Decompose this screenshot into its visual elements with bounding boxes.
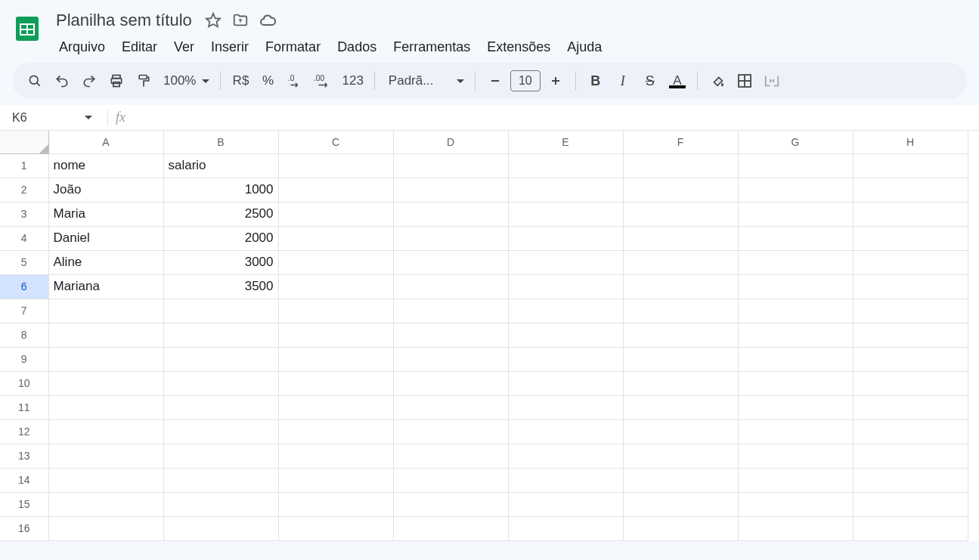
cell-A11[interactable] <box>48 395 163 419</box>
cell-E13[interactable] <box>508 444 623 468</box>
cell-E4[interactable] <box>508 226 623 250</box>
row-header-16[interactable]: 16 <box>0 516 48 540</box>
cell-E15[interactable] <box>508 492 623 516</box>
column-header-G[interactable]: G <box>738 131 853 153</box>
cell-H16[interactable] <box>853 516 968 540</box>
cell-D8[interactable] <box>393 323 508 347</box>
cell-E16[interactable] <box>508 516 623 540</box>
bold-button[interactable]: B <box>584 69 608 93</box>
cell-H5[interactable] <box>853 250 968 274</box>
cell-B3[interactable]: 2500 <box>163 202 278 226</box>
cell-A5[interactable]: Aline <box>48 250 163 274</box>
increase-decimal-button[interactable]: .00 <box>310 69 336 93</box>
cell-D5[interactable] <box>393 250 508 274</box>
row-header-15[interactable]: 15 <box>0 492 48 516</box>
cell-G2[interactable] <box>738 178 853 202</box>
cell-F4[interactable] <box>623 226 738 250</box>
cell-G4[interactable] <box>738 226 853 250</box>
row-header-9[interactable]: 9 <box>0 347 48 371</box>
cell-G1[interactable] <box>738 153 853 178</box>
cell-A4[interactable]: Daniel <box>48 226 163 250</box>
cell-E12[interactable] <box>508 419 623 444</box>
name-box[interactable]: K6 <box>0 111 100 125</box>
formula-input[interactable] <box>132 105 979 130</box>
cell-F12[interactable] <box>623 419 738 444</box>
column-header-H[interactable]: H <box>853 131 968 153</box>
cell-D4[interactable] <box>393 226 508 250</box>
menu-dados[interactable]: Dados <box>330 36 384 58</box>
increase-fontsize-button[interactable] <box>544 69 568 93</box>
cell-D12[interactable] <box>393 419 508 444</box>
cell-A9[interactable] <box>48 347 163 371</box>
cell-F14[interactable] <box>623 468 738 492</box>
search-button[interactable] <box>23 69 47 93</box>
cell-B2[interactable]: 1000 <box>163 178 278 202</box>
cell-C8[interactable] <box>278 323 393 347</box>
cell-D11[interactable] <box>393 395 508 419</box>
cell-C11[interactable] <box>278 395 393 419</box>
column-header-F[interactable]: F <box>623 131 738 153</box>
cell-B5[interactable]: 3000 <box>163 250 278 274</box>
font-family-select[interactable]: Padrã... <box>383 69 467 93</box>
cell-H9[interactable] <box>853 347 968 371</box>
cell-G8[interactable] <box>738 323 853 347</box>
cell-E9[interactable] <box>508 347 623 371</box>
merge-cells-button[interactable] <box>760 69 784 93</box>
cell-E8[interactable] <box>508 323 623 347</box>
column-header-B[interactable]: B <box>163 131 278 153</box>
cell-B13[interactable] <box>163 444 278 468</box>
menu-ver[interactable]: Ver <box>166 36 202 58</box>
cell-E3[interactable] <box>508 202 623 226</box>
cell-E1[interactable] <box>508 153 623 178</box>
cell-H1[interactable] <box>853 153 968 178</box>
cell-D2[interactable] <box>393 178 508 202</box>
select-all-corner[interactable] <box>0 131 48 153</box>
cell-C12[interactable] <box>278 419 393 444</box>
cell-E11[interactable] <box>508 395 623 419</box>
row-header-14[interactable]: 14 <box>0 468 48 492</box>
row-header-10[interactable]: 10 <box>0 371 48 395</box>
cell-H6[interactable] <box>853 274 968 299</box>
cell-B10[interactable] <box>163 371 278 395</box>
fontsize-input[interactable]: 10 <box>510 70 541 91</box>
row-header-1[interactable]: 1 <box>0 153 48 178</box>
cell-H15[interactable] <box>853 492 968 516</box>
cell-F2[interactable] <box>623 178 738 202</box>
cell-A2[interactable]: João <box>48 178 163 202</box>
cell-H10[interactable] <box>853 371 968 395</box>
cell-A8[interactable] <box>48 323 163 347</box>
decrease-fontsize-button[interactable] <box>483 69 507 93</box>
menu-ferramentas[interactable]: Ferramentas <box>386 36 478 58</box>
cell-F3[interactable] <box>623 202 738 226</box>
cell-A14[interactable] <box>48 468 163 492</box>
cell-B7[interactable] <box>163 299 278 323</box>
cell-D1[interactable] <box>393 153 508 178</box>
cell-C10[interactable] <box>278 371 393 395</box>
menu-inserir[interactable]: Inserir <box>203 36 256 58</box>
cell-C1[interactable] <box>278 153 393 178</box>
cell-A10[interactable] <box>48 371 163 395</box>
star-icon[interactable] <box>203 10 224 31</box>
cell-A1[interactable]: nome <box>48 153 163 178</box>
zoom-select[interactable]: 100% <box>159 69 212 93</box>
row-header-6[interactable]: 6 <box>0 274 48 299</box>
cell-G10[interactable] <box>738 371 853 395</box>
cell-H14[interactable] <box>853 468 968 492</box>
cell-D9[interactable] <box>393 347 508 371</box>
cell-B16[interactable] <box>163 516 278 540</box>
text-color-button[interactable]: A <box>665 69 689 93</box>
row-header-7[interactable]: 7 <box>0 299 48 323</box>
cell-H13[interactable] <box>853 444 968 468</box>
cell-G12[interactable] <box>738 419 853 444</box>
cell-A7[interactable] <box>48 299 163 323</box>
row-header-13[interactable]: 13 <box>0 444 48 468</box>
decrease-decimal-button[interactable]: .0 <box>283 69 307 93</box>
cell-A3[interactable]: Maria <box>48 202 163 226</box>
row-header-5[interactable]: 5 <box>0 250 48 274</box>
cell-G14[interactable] <box>738 468 853 492</box>
cell-A15[interactable] <box>48 492 163 516</box>
cell-C4[interactable] <box>278 226 393 250</box>
cell-F8[interactable] <box>623 323 738 347</box>
redo-button[interactable] <box>77 69 101 93</box>
cell-H12[interactable] <box>853 419 968 444</box>
